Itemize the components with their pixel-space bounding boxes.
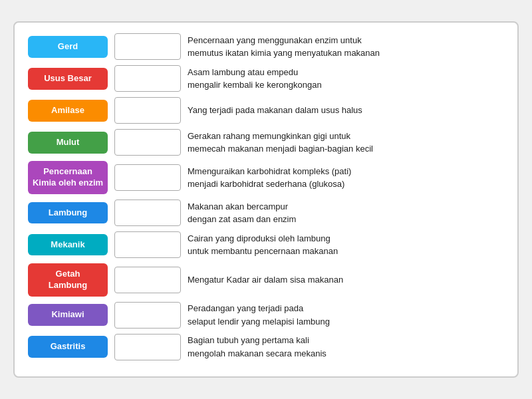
label-btn-lambung[interactable]: Lambung xyxy=(28,202,108,224)
definition-amilase: Yang terjadi pada makanan dalam usus hal… xyxy=(188,104,504,117)
answer-box-kimiawi[interactable] xyxy=(114,302,181,329)
answer-box-pencernaan-kimia[interactable] xyxy=(114,164,181,191)
answer-box-lambung[interactable] xyxy=(114,200,181,226)
answer-box-mulut[interactable] xyxy=(114,129,181,156)
answer-box-usus-besar[interactable] xyxy=(114,65,181,92)
definition-pencernaan-kimia: Mmenguraikan karbohidrat kompleks (pati)… xyxy=(188,165,504,191)
answer-box-gerd[interactable] xyxy=(114,33,181,60)
match-row: MulutGerakan rahang memungkinkan gigi un… xyxy=(28,129,504,156)
match-row: KimiawiPeradangan yang terjadi pada sela… xyxy=(28,302,504,329)
label-btn-gastritis[interactable]: Gastritis xyxy=(28,336,108,358)
definition-mulut: Gerakan rahang memungkinkan gigi untuk m… xyxy=(188,130,504,156)
label-btn-mulut[interactable]: Mulut xyxy=(28,132,108,154)
match-row: MekanikCairan yang diproduksi oleh lambu… xyxy=(28,231,504,258)
match-row: Pencernaan Kimia oleh enzimMmenguraikan … xyxy=(28,161,504,194)
match-row: Usus BesarAsam lambung atau empedu menga… xyxy=(28,65,504,92)
match-row: Getah LambungMengatur Kadar air dalam si… xyxy=(28,263,504,297)
match-row: AmilaseYang terjadi pada makanan dalam u… xyxy=(28,97,504,124)
definition-lambung: Makanan akan bercampur dengan zat asam d… xyxy=(188,200,504,226)
answer-box-amilase[interactable] xyxy=(114,97,181,124)
label-btn-kimiawi[interactable]: Kimiawi xyxy=(28,304,108,326)
answer-box-gastritis[interactable] xyxy=(114,334,181,360)
match-row: GerdPencernaan yang menggunakan enzim un… xyxy=(28,33,504,60)
matching-activity: GerdPencernaan yang menggunakan enzim un… xyxy=(13,21,519,378)
label-btn-mekanik[interactable]: Mekanik xyxy=(28,234,108,256)
match-row: LambungMakanan akan bercampur dengan zat… xyxy=(28,200,504,226)
label-btn-gerd[interactable]: Gerd xyxy=(28,36,108,58)
label-btn-amilase[interactable]: Amilase xyxy=(28,100,108,122)
definition-usus-besar: Asam lambung atau empedu mengalir kembal… xyxy=(188,66,504,92)
answer-box-mekanik[interactable] xyxy=(114,231,181,258)
definition-mekanik: Cairan yang diproduksi oleh lambung untu… xyxy=(188,232,504,258)
answer-box-getah-lambung[interactable] xyxy=(114,267,181,293)
label-btn-getah-lambung[interactable]: Getah Lambung xyxy=(28,263,108,297)
definition-getah-lambung: Mengatur Kadar air dalam sisa makanan xyxy=(188,273,504,287)
definition-gastritis: Bagian tubuh yang pertama kali mengolah … xyxy=(188,334,504,360)
definition-kimiawi: Peradangan yang terjadi pada selaput len… xyxy=(188,302,504,328)
label-btn-pencernaan-kimia[interactable]: Pencernaan Kimia oleh enzim xyxy=(28,161,108,194)
label-btn-usus-besar[interactable]: Usus Besar xyxy=(28,68,108,90)
match-row: GastritisBagian tubuh yang pertama kali … xyxy=(28,334,504,360)
definition-gerd: Pencernaan yang menggunakan enzim untuk … xyxy=(188,34,504,60)
